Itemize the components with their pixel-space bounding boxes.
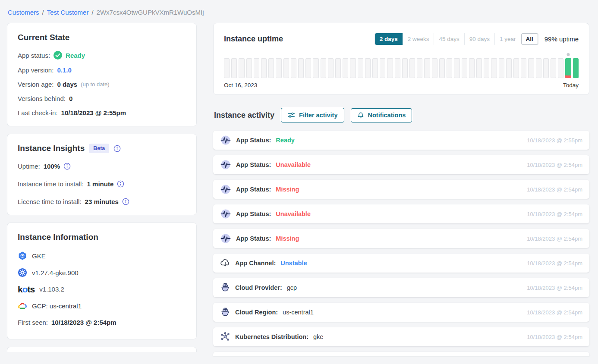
instance-uptime-title: Instance uptime bbox=[224, 35, 375, 44]
uptime-bar[interactable] bbox=[565, 58, 571, 78]
uptime-bar[interactable] bbox=[291, 58, 296, 78]
uptime-bar[interactable] bbox=[506, 58, 512, 78]
activity-row[interactable]: Cloud Provider:gcp10/18/2023 @ 2:54pm bbox=[213, 278, 589, 297]
info-icon[interactable] bbox=[63, 163, 71, 170]
uptime-bar[interactable] bbox=[268, 58, 274, 78]
version-age-label: Version age: bbox=[18, 81, 54, 88]
uptime-bar[interactable] bbox=[231, 58, 237, 78]
info-icon[interactable] bbox=[117, 180, 124, 188]
uptime-bar[interactable] bbox=[462, 58, 467, 78]
activity-timestamp: 10/18/2023 @ 2:54pm bbox=[527, 285, 582, 291]
uptime-bar[interactable] bbox=[380, 58, 385, 78]
uptime-bar[interactable] bbox=[305, 58, 311, 78]
uptime-bar[interactable] bbox=[239, 58, 244, 78]
instance-information-title: Instance Information bbox=[18, 232, 186, 242]
activity-row[interactable]: App Status:Missing10/18/2023 @ 2:54pm bbox=[213, 180, 589, 199]
uptime-bar[interactable] bbox=[424, 58, 430, 78]
uptime-bar[interactable] bbox=[335, 58, 341, 78]
ship-icon bbox=[220, 307, 230, 317]
uptime-bar[interactable] bbox=[558, 58, 563, 78]
uptime-bar[interactable] bbox=[402, 58, 408, 78]
range-button-1-year[interactable]: 1 year bbox=[495, 33, 521, 45]
uptime-bar[interactable] bbox=[224, 58, 230, 78]
uptime-bar[interactable] bbox=[276, 58, 281, 78]
activity-row[interactable]: App Status:Missing10/18/2023 @ 2:54pm bbox=[213, 229, 589, 248]
breadcrumb-customers[interactable]: Customers bbox=[8, 9, 39, 16]
license-tti-label: License time to install: bbox=[18, 198, 82, 205]
activity-row[interactable]: App Status:Ready10/18/2023 @ 2:55pm bbox=[213, 131, 589, 150]
uptime-bar[interactable] bbox=[573, 58, 579, 78]
breadcrumb-test-customer[interactable]: Test Customer bbox=[47, 9, 89, 16]
uptime-bar[interactable] bbox=[372, 58, 378, 78]
uptime-bar[interactable] bbox=[321, 58, 326, 78]
uptime-bar[interactable] bbox=[551, 58, 556, 78]
activity-row[interactable]: Kubernetes Distribution:gke10/18/2023 @ … bbox=[213, 327, 589, 346]
activity-row[interactable]: App Status:Unavailable10/18/2023 @ 2:54p… bbox=[213, 155, 589, 174]
range-button-2-days[interactable]: 2 days bbox=[375, 33, 403, 45]
range-button-2-weeks[interactable]: 2 weeks bbox=[403, 33, 434, 45]
uptime-bar[interactable] bbox=[395, 58, 400, 78]
uptime-bar[interactable] bbox=[417, 58, 422, 78]
uptime-bar[interactable] bbox=[254, 58, 259, 78]
uptime-bar[interactable] bbox=[365, 58, 371, 78]
uptime-bar[interactable] bbox=[536, 58, 541, 78]
uptime-bar[interactable] bbox=[499, 58, 504, 78]
chart-start-label: Oct 16, 2023 bbox=[224, 82, 257, 88]
uptime-bar[interactable] bbox=[543, 58, 549, 78]
activity-timestamp: 10/18/2023 @ 2:54pm bbox=[527, 186, 582, 193]
nodes-icon bbox=[220, 332, 230, 342]
activity-row[interactable]: App Status:Unavailable10/18/2023 @ 2:54p… bbox=[213, 204, 589, 223]
uptime-bar[interactable] bbox=[484, 58, 489, 78]
uptime-bar[interactable] bbox=[313, 58, 318, 78]
cloud-item: GCP: us-central1 bbox=[18, 301, 186, 311]
activity-row-label: App Status: bbox=[236, 137, 271, 144]
uptime-bar[interactable] bbox=[358, 58, 363, 78]
activity-row-label: App Channel: bbox=[235, 260, 276, 267]
instance-insights-title: Instance Insights bbox=[18, 144, 85, 153]
activity-row-label: App Status: bbox=[236, 161, 271, 168]
app-version-link[interactable]: 0.1.0 bbox=[57, 66, 71, 74]
uptime-bar[interactable] bbox=[283, 58, 289, 78]
distribution-item: GKE bbox=[18, 251, 186, 260]
uptime-bar[interactable] bbox=[469, 58, 475, 78]
uptime-bar[interactable] bbox=[528, 58, 534, 78]
uptime-bar[interactable] bbox=[432, 58, 437, 78]
info-icon[interactable] bbox=[113, 145, 121, 152]
activity-row-value: Missing bbox=[276, 235, 299, 242]
range-button-90-days[interactable]: 90 days bbox=[465, 33, 495, 45]
kubernetes-icon bbox=[18, 268, 27, 277]
kots-version-item: kots v1.103.2 bbox=[18, 285, 186, 294]
instance-activity-title: Instance activity bbox=[214, 111, 274, 120]
last-checkin-value: 10/18/2023 @ 2:55pm bbox=[61, 109, 126, 116]
uptime-bar[interactable] bbox=[409, 58, 415, 78]
app-version-label: App version: bbox=[18, 66, 54, 74]
range-button-45-days[interactable]: 45 days bbox=[434, 33, 464, 45]
filter-activity-label: Filter activity bbox=[299, 112, 337, 119]
uptime-bar[interactable] bbox=[350, 58, 356, 78]
uptime-bar[interactable] bbox=[387, 58, 393, 78]
uptime-bar[interactable] bbox=[476, 58, 482, 78]
uptime-chart bbox=[224, 58, 579, 78]
activity-row[interactable]: Cloud Region:us-central110/18/2023 @ 2:5… bbox=[213, 303, 589, 322]
activity-row-value: Missing bbox=[276, 186, 299, 193]
app-status-label: App status: bbox=[18, 52, 50, 59]
uptime-bar[interactable] bbox=[343, 58, 348, 78]
uptime-bar[interactable] bbox=[454, 58, 460, 78]
uptime-bar[interactable] bbox=[298, 58, 304, 78]
uptime-bar[interactable] bbox=[261, 58, 267, 78]
filter-activity-button[interactable]: Filter activity bbox=[281, 108, 344, 122]
range-button-all[interactable]: All bbox=[521, 33, 538, 45]
instance-tti-label: Instance time to install: bbox=[18, 180, 84, 188]
notifications-button[interactable]: Notifications bbox=[351, 108, 412, 122]
left-column: Current State App status: Ready App vers… bbox=[7, 23, 197, 352]
uptime-bar[interactable] bbox=[246, 58, 252, 78]
uptime-bar[interactable] bbox=[439, 58, 445, 78]
info-icon[interactable] bbox=[122, 198, 129, 205]
activity-row[interactable]: App Channel:Unstable10/18/2023 @ 2:54pm bbox=[213, 254, 589, 273]
uptime-bar[interactable] bbox=[447, 58, 452, 78]
uptime-bar[interactable] bbox=[328, 58, 334, 78]
uptime-bar[interactable] bbox=[491, 58, 497, 78]
uptime-bar[interactable] bbox=[513, 58, 519, 78]
versions-behind-value: 0 bbox=[69, 95, 72, 102]
uptime-bar[interactable] bbox=[521, 58, 526, 78]
